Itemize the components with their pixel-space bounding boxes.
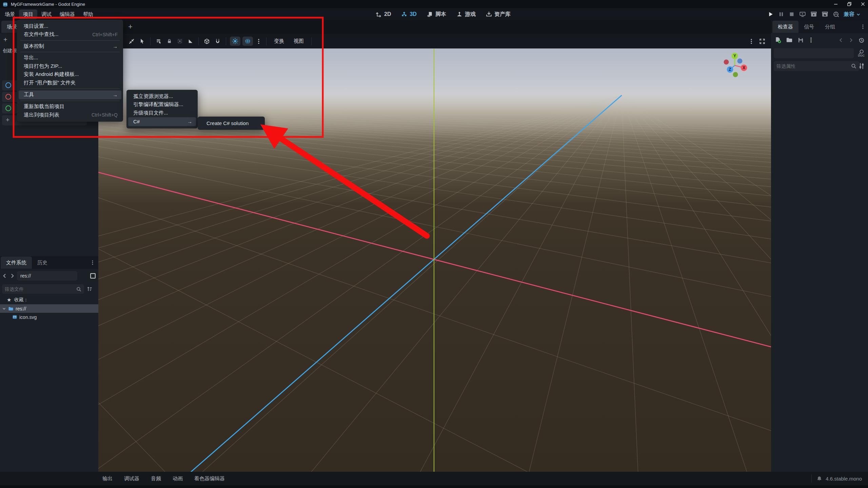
stop-button[interactable] (789, 11, 795, 17)
dock-options-icon[interactable] (861, 24, 865, 29)
minimize-button[interactable] (833, 2, 838, 6)
panel-shader-editor[interactable]: 着色器编辑器 (189, 475, 231, 482)
movie-maker-button[interactable] (833, 11, 839, 18)
panel-output[interactable]: 输出 (97, 475, 118, 482)
game-icon (456, 11, 462, 17)
snap-icon[interactable] (215, 38, 221, 44)
menu-item-create-csharp-solution[interactable]: Create C# solution (198, 119, 265, 127)
split-view-icon[interactable] (90, 272, 96, 279)
workspace-3d-button[interactable]: 3D (401, 11, 416, 17)
menu-item-upgrade-project-files[interactable]: 升级项目文件... (126, 109, 198, 117)
pause-button[interactable] (778, 11, 784, 17)
workspace-game-button[interactable]: 游戏 (456, 11, 476, 18)
menu-item-engine-compile-config[interactable]: 引擎编译配置编辑器... (126, 101, 198, 109)
notification-bell-icon[interactable] (816, 476, 822, 482)
panel-debugger[interactable]: 调试器 (118, 475, 145, 482)
menu-scene[interactable]: 场景 (1, 9, 19, 19)
view-menu[interactable]: 视图 (289, 38, 309, 44)
tree-row-root[interactable]: res:// (0, 304, 98, 313)
menu-item-project-settings[interactable]: 项目设置... (17, 22, 123, 30)
inspector-options-icon[interactable] (809, 37, 813, 43)
menu-item-quit-to-project-list[interactable]: 退出到项目列表Ctrl+Shift+Q (17, 111, 123, 119)
restore-button[interactable] (847, 2, 852, 6)
sun-environment-options-icon[interactable] (256, 38, 261, 44)
fullscreen-icon[interactable] (759, 38, 765, 44)
svg-text:X: X (743, 65, 745, 70)
y-axis-line (434, 48, 435, 472)
dock-options-icon[interactable] (90, 260, 95, 265)
tab-groups[interactable]: 分组 (820, 21, 841, 33)
play-remote-button[interactable] (799, 11, 806, 17)
viewport-3d[interactable]: Y X Z (98, 48, 771, 472)
list-select-icon[interactable] (156, 38, 162, 44)
tab-signals[interactable]: 信号 (798, 21, 820, 33)
close-button[interactable] (861, 2, 865, 6)
renderer-selector[interactable]: 兼容 (844, 11, 861, 18)
filter-properties-input[interactable] (776, 62, 851, 70)
assetlib-icon (486, 11, 492, 17)
play-custom-scene-button[interactable] (822, 11, 828, 17)
tab-inspector[interactable]: 检查器 (772, 21, 798, 33)
play-button[interactable] (768, 11, 774, 17)
viewport-options-icon[interactable] (749, 38, 754, 44)
load-resource-icon[interactable] (786, 37, 793, 43)
doc-search-icon[interactable]: DOC (857, 49, 865, 58)
workspace-script-button[interactable]: 脚本 (427, 11, 446, 18)
nav-forward-icon[interactable] (9, 273, 15, 279)
tree-row-file[interactable]: icon.svg (0, 313, 98, 321)
filter-properties-box (774, 61, 859, 71)
chevron-down-icon (856, 12, 861, 17)
menu-project[interactable]: 项目 (19, 9, 37, 19)
scale-mode-icon[interactable] (129, 38, 135, 44)
menu-item-reload-project[interactable]: 重新加载当前项目 (17, 103, 123, 111)
select-mode-icon[interactable] (139, 38, 145, 44)
panel-animation[interactable]: 动画 (167, 475, 189, 482)
lock-icon[interactable] (166, 38, 172, 44)
local-space-icon[interactable] (204, 38, 210, 44)
favorites-row: ★ 收藏： (0, 296, 98, 304)
tree-file-label: icon.svg (19, 314, 37, 320)
edit-history-icon[interactable] (858, 37, 865, 43)
menu-item-open-user-data[interactable]: 打开 “用户数据” 文件夹 (17, 79, 123, 87)
filter-files-input[interactable] (5, 285, 76, 293)
renderer-label: 兼容 (844, 11, 854, 18)
play-scene-button[interactable] (810, 11, 817, 17)
menu-editor[interactable]: 编辑器 (56, 9, 79, 19)
preview-sun-toggle[interactable] (230, 37, 240, 46)
preview-environment-toggle[interactable] (242, 37, 253, 46)
menu-item-install-android-template[interactable]: 安装 Android 构建模板... (17, 70, 123, 79)
path-field[interactable] (17, 271, 77, 281)
group-icon[interactable] (177, 38, 183, 44)
property-tools-icon[interactable] (858, 62, 865, 70)
menu-item-pack-zip[interactable]: 项目打包为 ZIP... (17, 62, 123, 70)
menu-item-orphan-resource-explorer[interactable]: 孤立资源浏览器... (126, 92, 198, 101)
object-name-field[interactable] (774, 48, 854, 58)
workspace-2d-button[interactable]: 2D (376, 11, 391, 17)
new-scene-tab-button[interactable]: + (128, 22, 133, 31)
axis-gizmo[interactable]: Y X Z (719, 50, 750, 81)
menu-item-csharp[interactable]: C#→ (128, 117, 196, 126)
history-back-icon[interactable] (839, 38, 844, 43)
history-forward-icon[interactable] (848, 38, 853, 43)
add-node-button[interactable]: + (3, 36, 7, 43)
panel-audio[interactable]: 音频 (145, 475, 167, 482)
menu-item-version-control[interactable]: 版本控制→ (17, 42, 123, 50)
new-resource-icon[interactable] (774, 37, 781, 43)
workspace-switcher: 2D 3D 脚本 游戏 资产库 (376, 8, 511, 20)
transform-menu[interactable]: 变换 (269, 38, 289, 44)
tab-filesystem[interactable]: 文件系统 (1, 257, 32, 269)
tab-history[interactable]: 历史 (32, 257, 53, 269)
menu-item-export[interactable]: 导出... (17, 54, 123, 62)
menu-item-find-in-files[interactable]: 在文件中查找...Ctrl+Shift+F (17, 30, 123, 39)
project-menu: 项目设置... 在文件中查找...Ctrl+Shift+F 版本控制→ 导出..… (17, 20, 123, 122)
menu-help[interactable]: 帮助 (79, 9, 97, 19)
ruler-icon[interactable] (188, 38, 193, 44)
nav-back-icon[interactable] (2, 273, 7, 279)
save-icon[interactable] (797, 37, 804, 43)
chevron-expand-icon[interactable] (2, 307, 6, 311)
workspace-assetlib-button[interactable]: 资产库 (486, 11, 511, 18)
menu-item-tools[interactable]: 工具→ (19, 90, 121, 99)
menu-debug[interactable]: 调试 (37, 9, 56, 19)
svg-text:Z: Z (729, 67, 731, 72)
sort-icon[interactable] (87, 286, 93, 292)
